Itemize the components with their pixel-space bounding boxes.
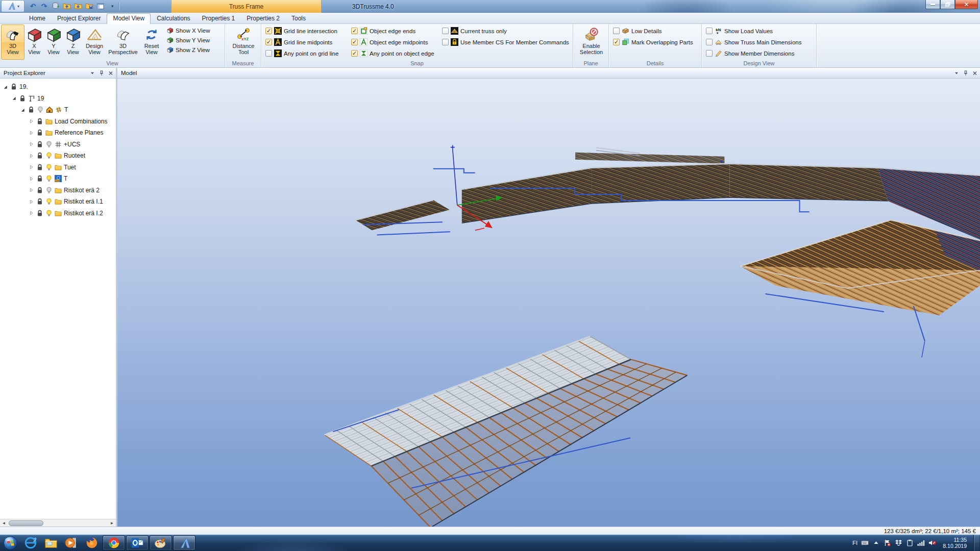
folder-export-icon[interactable] [74,2,82,11]
grid-line-intersection-checkbox-item[interactable]: ✓Grid line intersection [265,27,347,35]
show-load-values-checkbox[interactable] [706,28,713,34]
grid-line-intersection-checkbox[interactable]: ✓ [265,28,272,34]
close-button[interactable]: ✕ [955,0,978,9]
x-view-button[interactable]: XView [24,24,44,60]
grid-line-midpoints-checkbox-item[interactable]: ✓Grid line midpoints [265,38,347,46]
folder-import-icon[interactable] [62,2,71,11]
minimize-button[interactable] [925,0,940,9]
undo-icon[interactable]: ↶ [29,2,37,11]
show-y-view-toggle[interactable]: Show Y View [166,36,210,44]
low-details-checkbox-item[interactable]: Low Details [613,27,693,35]
tree-item-ristikot-er-2-9[interactable]: Ristikot erä 2 [0,185,116,196]
network-signal-icon[interactable] [917,539,925,546]
panel-pin-icon[interactable] [98,70,105,77]
use-member-cs-for-member-commands-checkbox-item[interactable]: iUse Member CS For Member Commands [442,38,570,46]
tree-item-t-2[interactable]: T [0,104,116,116]
tree-item-tuet-7[interactable]: Tuet [0,162,116,173]
taskbar-clock[interactable]: 11:35 8.10.2019 [940,537,970,549]
tab-properties-1[interactable]: Properties 1 [197,14,241,23]
hidden-icons-arrow-icon[interactable] [872,539,880,546]
volume-muted-icon[interactable] [928,539,936,546]
show-load-values-checkbox-item[interactable]: kNShow Load Values [706,27,801,35]
expander-closed-icon[interactable] [29,142,34,146]
tab-home[interactable]: Home [23,14,51,23]
taskbar-internet-explorer-icon[interactable] [21,535,40,550]
tab-model-view[interactable]: Model View [107,13,151,24]
mark-overlapping-parts-checkbox[interactable]: ✓ [613,39,620,45]
grid-line-midpoints-checkbox[interactable]: ✓ [265,39,272,45]
clipboard-icon[interactable] [906,539,914,546]
taskbar-firefox-icon[interactable] [82,535,102,550]
enable-selection-button[interactable]: EnableSelection [576,24,607,60]
app-menu-button[interactable]: ▾ [1,0,24,12]
tree-item-19-1[interactable]: 19 [0,93,116,105]
show-z-view-toggle[interactable]: Show Z View [166,46,210,54]
panel-close-icon[interactable] [107,70,114,77]
tree-item-ucs-5[interactable]: +UCS [0,139,116,151]
quick-access-dropdown-icon[interactable]: ▾ [111,4,114,9]
show-member-dimensions-checkbox[interactable] [706,50,713,57]
scroll-right-arrow-icon[interactable]: ► [108,519,116,527]
any-point-on-grid-line-checkbox-item[interactable]: Any point on grid line [265,49,347,57]
taskbar-trussme-icon[interactable] [173,535,195,550]
expander-closed-icon[interactable] [29,165,34,169]
tree-item-t-8[interactable]: DXFT [0,173,116,185]
keyboard-icon[interactable] [861,539,869,546]
3d-view-button[interactable]: 3DView [1,24,24,60]
dropbox-icon[interactable] [895,539,902,546]
object-edge-midpoints-checkbox[interactable]: ✓ [351,39,358,45]
expander-closed-icon[interactable] [29,154,34,158]
scroll-left-arrow-icon[interactable]: ◄ [0,519,8,527]
show-x-view-toggle[interactable]: Show X View [166,27,210,34]
reset-view-button[interactable]: ResetView [140,24,163,60]
use-member-cs-for-member-commands-checkbox[interactable] [442,39,449,45]
tab-calculations[interactable]: Calculations [151,14,195,23]
low-details-checkbox[interactable] [613,28,620,34]
panel-menu-chevron-icon[interactable] [89,70,95,77]
design-view-button[interactable]: DesignView [83,24,106,60]
z-view-button[interactable]: ZView [63,24,83,60]
expander-open-icon[interactable] [3,85,8,89]
show-desktop-button[interactable] [973,535,979,551]
object-edge-ends-checkbox-item[interactable]: ✓Object edge ends [351,27,438,35]
show-member-dimensions-checkbox-item[interactable]: Show Member Dimensions [706,49,801,57]
model-pin-icon[interactable] [962,70,969,77]
expander-closed-icon[interactable] [29,211,34,215]
redo-icon[interactable]: ↷ [40,2,48,11]
distance-tool-button[interactable]: xYZDistanceTool [228,24,259,60]
object-edge-midpoints-checkbox-item[interactable]: ✓Object edge midpoints [351,38,438,46]
taskbar-paint-icon[interactable] [150,535,172,550]
mark-overlapping-parts-checkbox-item[interactable]: ✓Mark Overlapping Parts [613,38,693,46]
language-indicator[interactable]: FI [852,540,857,546]
any-point-on-object-edge-checkbox-item[interactable]: ✓Any point on object edge [351,49,438,57]
model-3d-scene[interactable] [117,79,980,527]
taskbar-media-player-icon[interactable] [62,535,81,550]
taskbar-windows-explorer-icon[interactable] [41,535,61,550]
expander-open-icon[interactable] [11,96,17,101]
expander-closed-icon[interactable] [29,188,34,192]
taskbar-chrome-icon[interactable] [103,535,125,550]
tree-item-19-0[interactable]: 19. [0,81,116,93]
taskbar-start-button[interactable] [0,535,20,551]
scrollbar-thumb[interactable] [9,520,43,526]
folder-save-icon[interactable] [85,2,93,11]
expander-closed-icon[interactable] [29,119,34,123]
save-database-icon[interactable] [51,2,60,11]
model-close-icon[interactable] [971,70,978,77]
any-point-on-grid-line-checkbox[interactable] [265,50,272,57]
object-edge-ends-checkbox[interactable]: ✓ [351,28,358,34]
show-truss-main-dimensions-checkbox-item[interactable]: Show Truss Main Dimensions [706,38,801,46]
taskbar-outlook-icon[interactable] [126,535,149,550]
tree-item-ristikot-er-i-1-10[interactable]: Ristikot erä I.1 [0,196,116,208]
tab-project-explorer[interactable]: Project Explorer [52,14,106,23]
tree-item-ruoteet-6[interactable]: Ruoteet [0,150,116,162]
y-view-button[interactable]: YView [44,24,63,60]
expander-closed-icon[interactable] [29,177,34,181]
expander-closed-icon[interactable] [29,131,34,135]
tab-tools[interactable]: Tools [286,14,311,23]
project-explorer-scrollbar[interactable]: ◄ ► [0,519,116,527]
tab-properties-2[interactable]: Properties 2 [241,14,285,23]
tree-item-load-combinations-3[interactable]: Load Combinations [0,116,116,128]
current-truss-only-checkbox[interactable] [442,28,449,34]
show-truss-main-dimensions-checkbox[interactable] [706,39,713,45]
